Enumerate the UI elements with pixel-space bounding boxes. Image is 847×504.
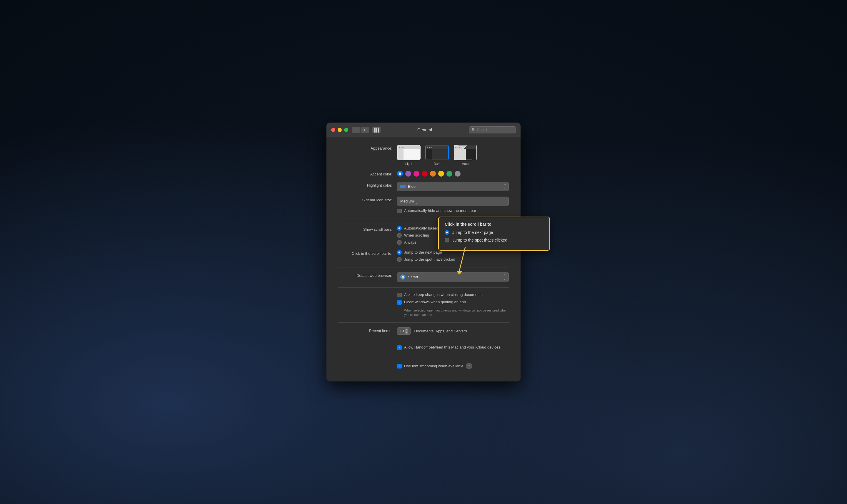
- appearance-dark[interactable]: Dark: [425, 145, 449, 165]
- scroll-bar-always-radio[interactable]: [397, 240, 402, 245]
- dropdown-arrow-icon: ⌃⌄: [504, 183, 506, 190]
- accent-red[interactable]: [422, 171, 428, 177]
- stepper-up-icon[interactable]: ▲: [405, 328, 408, 331]
- recent-items-suffix: Documents, Apps, and Servers: [414, 329, 467, 333]
- scroll-spot-label: Jump to the spot that's clicked: [404, 257, 455, 262]
- accent-purple[interactable]: [405, 171, 411, 177]
- sidebar-icon-size-value: Medium: [400, 199, 414, 203]
- safari-icon: 🧭: [400, 274, 405, 280]
- tooltip-option2[interactable]: Jump to the spot that's clicked: [445, 238, 543, 242]
- tooltip-label2: Jump to the spot that's clicked: [452, 238, 507, 242]
- handoff-text: Allow Handoff between this Mac and your …: [404, 345, 500, 349]
- accent-color-label: Accent color:: [338, 171, 397, 176]
- ask-keep-row: Ask to keep changes when closing documen…: [397, 292, 509, 298]
- appearance-row: Appearance:: [338, 145, 509, 165]
- highlight-color-value: Blue: [408, 184, 416, 189]
- scroll-bar-auto-radio[interactable]: [397, 226, 402, 231]
- appearance-label: Appearance:: [338, 145, 397, 150]
- recent-items-value: 10: [400, 329, 404, 333]
- sidebar-size-arrow-icon: ⌃⌄: [416, 198, 418, 204]
- traffic-lights: [331, 128, 348, 132]
- accent-orange[interactable]: [430, 171, 436, 177]
- nav-buttons: ‹ ›: [352, 127, 369, 133]
- close-button[interactable]: [331, 128, 335, 132]
- show-scroll-bars-label: Show scroll bars:: [338, 226, 397, 232]
- handoff-checkbox[interactable]: [397, 345, 402, 350]
- font-smoothing-inline: Use font smoothing when available ?: [397, 363, 509, 369]
- default-browser-dropdown[interactable]: 🧭 Safari ⌃⌄: [397, 272, 509, 282]
- tooltip-arrow: [451, 247, 480, 274]
- appearance-content: Light: [397, 145, 509, 165]
- scroll-next-page-radio[interactable]: [397, 250, 402, 255]
- back-button[interactable]: ‹: [352, 127, 360, 133]
- svg-line-0: [460, 247, 465, 271]
- recent-items-container: 10 ▲ ▼ Documents, Apps, and Servers: [397, 327, 509, 335]
- recent-items-stepper[interactable]: 10 ▲ ▼: [397, 327, 411, 335]
- checkboxes-row: Ask to keep changes when closing documen…: [338, 292, 509, 318]
- accent-color-row: Accent color:: [338, 171, 509, 177]
- highlight-color-content: Blue ⌃⌄: [397, 182, 509, 191]
- tooltip-radio1[interactable]: [445, 230, 449, 235]
- accent-green[interactable]: [446, 171, 452, 177]
- accent-blue[interactable]: [397, 171, 403, 177]
- highlight-color-swatch: [400, 185, 405, 188]
- highlight-color-dropdown[interactable]: Blue ⌃⌄: [397, 182, 509, 191]
- accent-pink[interactable]: [414, 171, 419, 177]
- accent-color-options: [397, 171, 509, 177]
- separator-3: [338, 287, 509, 288]
- click-scroll-bar-label: Click in the scroll bar to:: [338, 250, 397, 256]
- default-browser-content: 🧭 Safari ⌃⌄: [397, 272, 509, 282]
- forward-button[interactable]: ›: [361, 127, 369, 133]
- stepper-down-icon[interactable]: ▼: [405, 331, 408, 334]
- handoff-checkbox-row: Allow Handoff between this Mac and your …: [397, 345, 509, 350]
- tooltip-radio2[interactable]: [445, 238, 449, 242]
- font-smoothing-text: Use font smoothing when available: [404, 364, 464, 368]
- tooltip-popup: Click in the scroll bar to: Jump to the …: [438, 217, 550, 251]
- back-icon: ‹: [355, 128, 357, 132]
- accent-graphite[interactable]: [455, 171, 461, 177]
- recent-items-content: 10 ▲ ▼ Documents, Apps, and Servers: [397, 327, 509, 335]
- tooltip-option1[interactable]: Jump to the next page: [445, 230, 543, 235]
- close-windows-checkbox[interactable]: [397, 300, 402, 305]
- highlight-color-row: Highlight color: Blue ⌃⌄: [338, 182, 509, 191]
- help-button[interactable]: ?: [466, 363, 472, 369]
- sidebar-icon-size-row: Sidebar icon size: Medium ⌃⌄ Automatical…: [338, 197, 509, 216]
- grid-button[interactable]: [372, 127, 381, 133]
- accent-yellow[interactable]: [438, 171, 444, 177]
- recent-items-label: Recent items:: [338, 327, 397, 333]
- font-smoothing-content: Use font smoothing when available ?: [397, 363, 509, 369]
- svg-marker-1: [456, 271, 462, 274]
- handoff-content: Allow Handoff between this Mac and your …: [397, 345, 509, 353]
- scroll-bar-always-label: Always: [404, 240, 416, 245]
- scroll-bar-scrolling-radio[interactable]: [397, 233, 402, 238]
- appearance-auto[interactable]: Auto: [453, 145, 477, 165]
- appearance-light[interactable]: Light: [397, 145, 420, 165]
- default-browser-value: Safari: [408, 275, 418, 279]
- scroll-spot-radio[interactable]: [397, 257, 402, 262]
- auto-hide-text: Automatically hide and show the menu bar: [404, 209, 476, 213]
- recent-items-row: Recent items: 10 ▲ ▼ Documents, Apps, an…: [338, 327, 509, 335]
- default-browser-row: Default web browser: 🧭 Safari ⌃⌄: [338, 272, 509, 282]
- tooltip-label1: Jump to the next page: [452, 230, 493, 235]
- separator-5: [338, 340, 509, 340]
- window-title: General: [381, 128, 469, 132]
- auto-hide-checkbox[interactable]: [397, 209, 402, 213]
- close-windows-text: Close windows when quitting an app: [404, 300, 466, 304]
- auto-label: Auto: [462, 162, 469, 165]
- highlight-color-label: Highlight color:: [338, 182, 397, 187]
- search-box[interactable]: 🔍: [469, 126, 516, 133]
- search-input[interactable]: [477, 128, 513, 132]
- stepper-arrows: ▲ ▼: [405, 328, 408, 334]
- auto-hide-row: Automatically hide and show the menu bar: [397, 209, 509, 213]
- titlebar: ‹ › General 🔍: [326, 123, 521, 138]
- font-smoothing-checkbox[interactable]: [397, 364, 402, 368]
- handoff-label: [338, 345, 397, 346]
- sidebar-icon-size-dropdown[interactable]: Medium ⌃⌄: [397, 197, 509, 206]
- tooltip-title: Click in the scroll bar to:: [445, 222, 543, 227]
- grid-icon: [374, 128, 379, 132]
- minimize-button[interactable]: [338, 128, 342, 132]
- ask-keep-checkbox[interactable]: [397, 293, 402, 298]
- font-smoothing-row: Use font smoothing when available ?: [338, 363, 509, 369]
- maximize-button[interactable]: [344, 128, 348, 132]
- ask-keep-text: Ask to keep changes when closing documen…: [404, 292, 483, 297]
